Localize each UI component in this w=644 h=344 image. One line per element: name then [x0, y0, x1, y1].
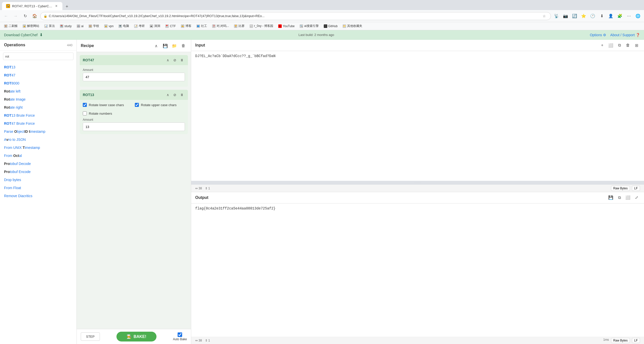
- input-grid-button[interactable]: ⊞: [633, 42, 640, 49]
- bookmark-ershihou[interactable]: 🐒 二刷猴: [2, 23, 20, 29]
- auto-bake-checkbox[interactable]: [178, 332, 182, 337]
- sidebar-item-from-float[interactable]: From Float: [0, 184, 76, 192]
- bookmark-blog[interactable]: ✍ 博客: [179, 23, 193, 29]
- options-link[interactable]: Options ⚙: [590, 33, 606, 37]
- bookmark-ai-search[interactable]: 🔍 ai搜索引擎: [298, 23, 320, 29]
- forward-button[interactable]: →: [12, 12, 20, 20]
- recipe-trash-button[interactable]: 🗑: [180, 42, 187, 49]
- input-add-button[interactable]: +: [599, 42, 606, 49]
- output-char-count: ⇔ 38: [195, 339, 202, 342]
- bookmark-school[interactable]: 🏫 学校: [87, 23, 101, 29]
- screenshot-button[interactable]: 📷: [561, 12, 570, 20]
- browser-tab[interactable]: 🍳 ROT47, ROT13 - CyberChef ✕: [2, 2, 62, 10]
- step-rot13-disable-button[interactable]: ⊘: [172, 92, 178, 98]
- output-save-button[interactable]: 💾: [607, 194, 614, 201]
- input-char-count: ⇔ 38: [195, 187, 202, 190]
- refresh-button[interactable]: 🔄: [571, 12, 579, 20]
- rot47-amount-input[interactable]: [83, 73, 185, 81]
- sidebar-item-rotate-right[interactable]: Rotate right: [0, 103, 76, 111]
- new-tab-button[interactable]: +: [63, 3, 70, 10]
- favorites-button[interactable]: ⭐: [580, 12, 588, 20]
- input-raw-bytes-button[interactable]: Raw Bytes: [611, 186, 630, 191]
- bookmark-segong[interactable]: 👥 社工: [194, 23, 209, 29]
- step-rot13-collapse-button[interactable]: ∧: [165, 92, 171, 98]
- sidebar-item-avro-json[interactable]: Avro to JSON: [0, 136, 76, 144]
- download-icon: ⬇: [39, 32, 43, 37]
- bookmark-kaoyan[interactable]: 📝 考研: [132, 23, 147, 29]
- cast-button[interactable]: 📡: [552, 12, 560, 20]
- step-rot47-disable-button[interactable]: ⊘: [172, 57, 178, 63]
- rotate-lowercase-checkbox[interactable]: [83, 103, 87, 107]
- bookmark-duidui[interactable]: ❓ 对,对吗...: [210, 23, 231, 29]
- sidebar-item-rot47[interactable]: ROT47: [0, 71, 76, 79]
- sidebar-item-rotate-left[interactable]: Rotate left: [0, 87, 76, 95]
- recipe-save-button[interactable]: 💾: [162, 42, 169, 49]
- download-cyberchef-link[interactable]: Download CyberChef: [4, 33, 37, 37]
- sidebar-item-remove-diacritics[interactable]: Remove Diacritics: [0, 192, 76, 200]
- account-button[interactable]: 🌐: [634, 12, 642, 20]
- bookmark-cnblogs[interactable]: 📰 r_0xy - 博客园: [248, 23, 275, 29]
- input-content[interactable]: DJ?EL_Ac?aCb`DDaA?dCcc??_g_`bBCfad?DaN: [191, 51, 644, 181]
- output-copy-button[interactable]: ⧉: [616, 194, 623, 201]
- output-lf-button[interactable]: LF: [632, 338, 640, 343]
- input-trash-button[interactable]: 🗑: [624, 42, 631, 49]
- input-split-button[interactable]: ⧉: [616, 42, 623, 49]
- address-bar[interactable]: 🔒 C:/Users/a1494/Old_Drive_Files/CTF/too…: [40, 12, 551, 20]
- bookmark-icon: 🔍: [300, 24, 303, 28]
- output-window-button[interactable]: ⬜: [624, 194, 631, 201]
- output-expand-button[interactable]: ⤢: [633, 194, 640, 201]
- bookmark-github[interactable]: ⚫ GitHub: [322, 24, 340, 28]
- input-window-button[interactable]: ⬜: [607, 42, 614, 49]
- about-support-link[interactable]: About / Support ❓: [610, 33, 640, 37]
- step-rot47-pause-button[interactable]: ⏸: [179, 57, 185, 63]
- bookmark-other[interactable]: 📁 其他收藏夹: [341, 23, 364, 29]
- menu-button[interactable]: ⋯: [625, 12, 633, 20]
- sidebar-item-parse-objectid[interactable]: Parse ObjectID timestamp: [0, 127, 76, 136]
- bookmark-study[interactable]: 📚 study: [58, 24, 74, 28]
- sidebar-item-protobuf-decode[interactable]: Protobuf Decode: [0, 160, 76, 168]
- bookmark-dongdong[interactable]: 🕳 洞洞: [148, 23, 162, 29]
- rotate-uppercase-checkbox[interactable]: [135, 103, 139, 107]
- rot13-amount-input[interactable]: [83, 122, 185, 131]
- bookmark-vpn[interactable]: 🔒 vpn: [102, 24, 115, 28]
- sidebar-item-rotate-image[interactable]: Rotate Image: [0, 95, 76, 103]
- bookmark-computer[interactable]: 💻 电脑: [116, 23, 131, 29]
- close-tab-button[interactable]: ✕: [54, 4, 58, 8]
- step-rot47-collapse-button[interactable]: ∧: [165, 57, 171, 63]
- back-button[interactable]: ←: [2, 12, 10, 20]
- reload-button[interactable]: ↻: [21, 12, 29, 20]
- extensions-button[interactable]: 🧩: [616, 12, 624, 20]
- bake-button[interactable]: 👨‍🍳 BAKE!: [116, 332, 156, 341]
- profile-button[interactable]: 👤: [607, 12, 615, 20]
- bookmark-bisai[interactable]: 🏆 比赛: [232, 23, 247, 29]
- bookmark-decrypt[interactable]: 🔓 解密网站: [21, 23, 41, 29]
- recipe-collapse-button[interactable]: ∧: [153, 42, 160, 49]
- output-raw-bytes-button[interactable]: Raw Bytes: [611, 338, 630, 343]
- recipe-folder-button[interactable]: 📁: [171, 42, 178, 49]
- bookmark-algo[interactable]: 📊 算法: [42, 23, 57, 29]
- input-footer: ⇔ 38 ⇕ 1 Raw Bytes LF: [191, 185, 644, 192]
- sidebar-item-from-unix[interactable]: From UNIX Timestamp: [0, 144, 76, 152]
- bookmark-star-button[interactable]: ☆: [541, 13, 548, 20]
- sidebar-item-from-octal[interactable]: From Octal: [0, 152, 76, 160]
- sidebar-item-protobuf-encode[interactable]: Protobuf Encode: [0, 168, 76, 176]
- rotate-numbers-checkbox[interactable]: [83, 111, 87, 115]
- bookmark-ai[interactable]: 🤖 ai: [75, 24, 86, 28]
- sidebar-item-rot13-brute[interactable]: ROT13 Brute Force: [0, 111, 76, 119]
- sidebar-item-rot8000[interactable]: ROT8000: [0, 79, 76, 87]
- downloads-button[interactable]: ⬇: [598, 12, 606, 20]
- step-rot13-pause-button[interactable]: ⏸: [179, 92, 185, 98]
- recipe-title: Recipe: [81, 44, 94, 48]
- bookmark-ctf[interactable]: 🚩 CTF: [163, 24, 178, 28]
- search-input[interactable]: [3, 53, 73, 60]
- input-lf-button[interactable]: LF: [632, 186, 640, 191]
- home-button[interactable]: 🏠: [31, 12, 39, 20]
- bookmark-youtube[interactable]: ▶ YouTube: [276, 24, 297, 28]
- sidebar-item-rot13[interactable]: ROT13: [0, 63, 76, 71]
- sidebar-item-drop-bytes[interactable]: Drop bytes: [0, 176, 76, 184]
- step-button[interactable]: STEP: [81, 332, 100, 341]
- io-panel: Input + ⬜ ⧉ 🗑 ⊞ DJ?EL_Ac?aCb`DDaA?dCcc??…: [191, 40, 644, 344]
- history-button[interactable]: 🕐: [589, 12, 597, 20]
- output-status: 1ms: [603, 338, 609, 343]
- sidebar-item-rot47-brute[interactable]: ROT47 Brute Force: [0, 119, 76, 127]
